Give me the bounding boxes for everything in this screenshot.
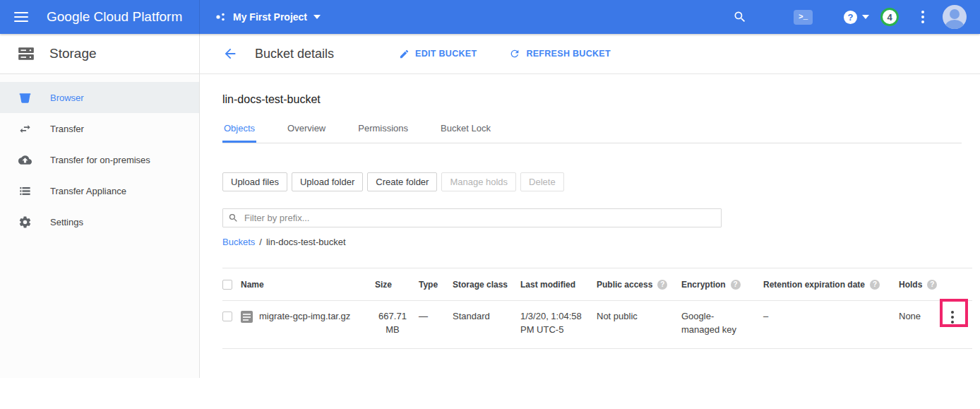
bucket-tabs: Objects Overview Permissions Bucket Lock bbox=[222, 117, 962, 143]
manage-holds-button[interactable]: Manage holds bbox=[441, 172, 516, 191]
row-checkbox[interactable] bbox=[222, 312, 232, 321]
bucket-icon bbox=[18, 91, 32, 105]
swap-arrows-icon bbox=[18, 122, 32, 136]
object-name-cell: migrate-gcp-img.tar.gz bbox=[241, 301, 375, 335]
bucket-name-title: lin-docs-test-bucket bbox=[222, 93, 980, 106]
sidebar-items: Browser Transfer Transfer for on-premise… bbox=[0, 74, 199, 237]
refresh-bucket-button[interactable]: REFRESH BUCKET bbox=[509, 48, 610, 59]
tab-bucket-lock[interactable]: Bucket Lock bbox=[439, 117, 492, 143]
project-icon bbox=[215, 11, 227, 23]
column-header-type: Type bbox=[419, 280, 453, 290]
sidebar-item-settings[interactable]: Settings bbox=[0, 206, 199, 237]
more-options-icon[interactable] bbox=[921, 11, 924, 23]
column-header-retention-expiration-date: Retention expiration date? bbox=[763, 280, 899, 290]
gear-icon bbox=[18, 215, 32, 229]
sidebar: Storage Browser Transfer Transfer bbox=[0, 34, 200, 378]
sidebar-header: Storage bbox=[0, 34, 199, 74]
sidebar-item-label: Transfer for on-premises bbox=[50, 155, 150, 165]
edit-bucket-button[interactable]: EDIT BUCKET bbox=[399, 49, 477, 59]
row-actions-menu-cell bbox=[940, 301, 972, 335]
upload-folder-button[interactable]: Upload folder bbox=[292, 172, 363, 191]
tab-overview[interactable]: Overview bbox=[286, 117, 327, 143]
object-storage-class-cell: Standard bbox=[453, 301, 520, 335]
annotation-highlight-box bbox=[940, 299, 968, 327]
breadcrumb-current: lin-docs-test-bucket bbox=[266, 237, 346, 247]
help-icon[interactable]: ? bbox=[870, 280, 880, 290]
select-all-checkbox[interactable] bbox=[222, 280, 232, 290]
file-icon bbox=[241, 311, 253, 323]
project-selector[interactable]: My First Project bbox=[215, 11, 321, 23]
object-size-cell: 667.71 MB bbox=[375, 301, 419, 348]
topbar-brand-section: Google Cloud Platform bbox=[0, 0, 200, 34]
avatar[interactable] bbox=[943, 5, 967, 29]
column-header-name: Name bbox=[241, 280, 375, 290]
sidebar-item-label: Browser bbox=[50, 93, 84, 103]
create-folder-button[interactable]: Create folder bbox=[367, 172, 437, 191]
storage-product-icon bbox=[17, 45, 35, 63]
object-last-modified-cell: 1/3/20, 1:04:58 PM UTC-5 bbox=[520, 301, 597, 348]
sidebar-title: Storage bbox=[49, 46, 97, 61]
row-actions-menu-icon[interactable] bbox=[951, 311, 954, 324]
help-icon[interactable]: ? bbox=[657, 280, 667, 290]
appliance-list-icon bbox=[18, 184, 32, 198]
sidebar-item-transfer-appliance[interactable]: Transfer Appliance bbox=[0, 175, 199, 206]
filter-container bbox=[222, 208, 722, 227]
app-body: Storage Browser Transfer Transfer bbox=[0, 34, 980, 409]
filter-by-prefix-input[interactable] bbox=[222, 208, 722, 227]
main-panel: Bucket details EDIT BUCKET REFRESH BUCKE… bbox=[200, 34, 980, 409]
column-header-size: Size bbox=[375, 280, 419, 290]
sidebar-item-transfer-on-premises[interactable]: Transfer for on-premises bbox=[0, 144, 199, 175]
breadcrumb-separator: / bbox=[259, 237, 262, 247]
column-header-holds: Holds? bbox=[899, 280, 940, 290]
pencil-icon bbox=[399, 49, 410, 59]
help-chevron-down-icon[interactable] bbox=[862, 15, 869, 19]
column-header-encryption: Encryption? bbox=[681, 280, 763, 290]
cloud-shell-icon[interactable]: >_ bbox=[794, 10, 813, 25]
object-name-link[interactable]: migrate-gcp-img.tar.gz bbox=[259, 310, 350, 324]
sidebar-item-browser[interactable]: Browser bbox=[0, 82, 199, 113]
tab-permissions[interactable]: Permissions bbox=[357, 117, 410, 143]
project-name: My First Project bbox=[233, 11, 307, 23]
column-header-last-modified: Last modified bbox=[520, 280, 597, 290]
brand-title[interactable]: Google Cloud Platform bbox=[47, 9, 182, 25]
sidebar-item-transfer[interactable]: Transfer bbox=[0, 113, 199, 144]
help-icon[interactable]: ? bbox=[731, 280, 741, 290]
delete-button[interactable]: Delete bbox=[520, 172, 564, 191]
chevron-down-icon bbox=[313, 15, 321, 19]
notifications-badge[interactable]: 4 bbox=[880, 8, 899, 26]
column-header-storage-class: Storage class bbox=[453, 280, 520, 290]
top-app-bar: Google Cloud Platform My First Project >… bbox=[0, 0, 980, 34]
refresh-icon bbox=[509, 48, 520, 59]
help-icon[interactable]: ? bbox=[844, 11, 857, 24]
object-actions-toolbar: Upload files Upload folder Create folder… bbox=[222, 172, 980, 191]
topbar-actions: >_ ? 4 bbox=[733, 5, 980, 29]
column-header-public-access: Public access? bbox=[597, 280, 681, 290]
table-header-row: Name Size Type Storage class Last modifi… bbox=[222, 268, 972, 301]
tab-objects[interactable]: Objects bbox=[222, 117, 256, 143]
sidebar-item-label: Transfer bbox=[50, 124, 84, 134]
help-icon[interactable]: ? bbox=[927, 280, 937, 290]
object-holds-cell: None bbox=[899, 301, 940, 335]
objects-table: Name Size Type Storage class Last modifi… bbox=[222, 268, 972, 349]
page-title: Bucket details bbox=[255, 47, 334, 61]
object-encryption-cell: Google-managed key bbox=[681, 301, 763, 348]
object-type-cell: — bbox=[419, 301, 453, 335]
cloud-upload-icon bbox=[18, 153, 32, 167]
sidebar-item-label: Settings bbox=[50, 217, 83, 227]
back-arrow-icon[interactable] bbox=[222, 46, 238, 61]
sidebar-item-label: Transfer Appliance bbox=[50, 186, 126, 196]
breadcrumb-buckets-link[interactable]: Buckets bbox=[222, 237, 255, 247]
object-retention-cell: – bbox=[763, 301, 899, 335]
breadcrumb: Buckets / lin-docs-test-bucket bbox=[222, 237, 980, 247]
object-public-access-cell: Not public bbox=[597, 301, 681, 335]
table-row: migrate-gcp-img.tar.gz 667.71 MB — Stand… bbox=[222, 301, 972, 349]
search-icon bbox=[228, 213, 239, 223]
hamburger-menu-icon[interactable] bbox=[14, 12, 28, 22]
search-icon[interactable] bbox=[733, 10, 747, 24]
bucket-details-content: lin-docs-test-bucket Objects Overview Pe… bbox=[200, 93, 980, 349]
upload-files-button[interactable]: Upload files bbox=[222, 172, 287, 191]
page-header: Bucket details EDIT BUCKET REFRESH BUCKE… bbox=[200, 34, 980, 74]
